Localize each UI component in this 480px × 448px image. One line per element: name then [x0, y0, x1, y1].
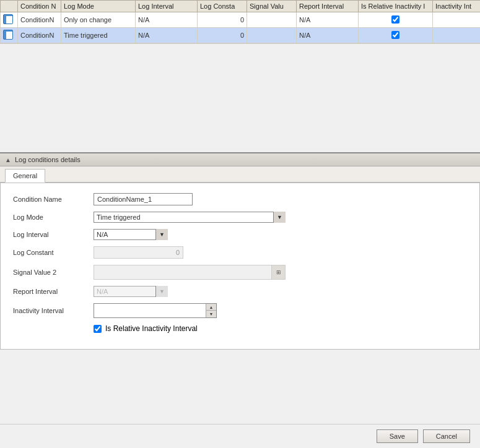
form-area: Condition Name Log Mode Only on change T… [0, 183, 480, 350]
tab-bar: General [0, 166, 480, 183]
row-condition: ConditionN [18, 28, 61, 43]
details-title: Log conditions details [15, 156, 81, 163]
row-log-const: 0 [198, 28, 247, 43]
conditions-table: Condition N Log Mode Log Interval Log Co… [0, 0, 480, 43]
inactivity-interval-label: Inactivity Interval [13, 307, 94, 314]
cancel-button[interactable]: Cancel [423, 429, 470, 443]
row-signal-value [247, 12, 297, 28]
row-relative-inactivity[interactable] [359, 28, 433, 43]
row-relative-checkbox[interactable] [391, 31, 399, 39]
spacer [0, 44, 480, 152]
col-header-report: Report Interval [297, 1, 359, 12]
signal-browse-button[interactable]: ⊞ [271, 265, 285, 279]
details-panel: ▲ Log conditions details General Conditi… [0, 152, 480, 350]
row-report-interval: N/A [297, 12, 359, 28]
signal-value-label: Signal Value 2 [13, 269, 94, 276]
save-button[interactable]: Save [377, 429, 418, 443]
row-log-interval: N/A [136, 12, 198, 28]
log-mode-select-wrapper: Only on change Time triggered Cyclic ▼ [94, 212, 286, 223]
row-icon-cell [1, 12, 18, 28]
col-header-inactivity: Inactivity Int [433, 1, 481, 12]
table-section: Condition N Log Mode Log Interval Log Co… [0, 0, 480, 44]
col-header-relative: Is Relative Inactivity I [359, 1, 433, 12]
col-header-icon [1, 1, 18, 12]
inactivity-interval-input[interactable] [94, 305, 206, 316]
report-interval-label: Report Interval [13, 288, 94, 295]
log-interval-label: Log Interval [13, 231, 94, 238]
row-icon [3, 14, 13, 24]
row-log-const: 0 [198, 12, 247, 28]
row-relative-checkbox[interactable] [391, 15, 399, 24]
condition-name-input[interactable] [94, 193, 193, 205]
col-header-condition: Condition N [18, 1, 61, 12]
log-mode-select[interactable]: Only on change Time triggered Cyclic [94, 212, 286, 223]
relative-inactivity-checkbox[interactable] [94, 325, 102, 333]
log-constant-row: Log Constant 0 [13, 246, 467, 259]
inactivity-interval-row: Inactivity Interval ▲ ▼ [13, 303, 467, 318]
row-log-mode: Time triggered [61, 28, 136, 43]
row-inactivity-int [433, 28, 481, 43]
condition-name-label: Condition Name [13, 196, 94, 203]
row-inactivity-int [433, 12, 481, 28]
page-wrapper: Condition N Log Mode Log Interval Log Co… [0, 0, 480, 448]
signal-value-input[interactable] [94, 267, 271, 278]
log-interval-row: Log Interval N/A 1s 5s 10s ▼ [13, 229, 467, 240]
col-header-loginterval: Log Interval [136, 1, 198, 12]
details-header: ▲ Log conditions details [0, 153, 480, 166]
spinner-wrapper: ▲ ▼ [94, 303, 217, 318]
bottom-bar: Save Cancel [0, 424, 480, 448]
condition-name-row: Condition Name [13, 193, 467, 205]
spinner-up-button[interactable]: ▲ [206, 304, 216, 311]
col-header-signal: Signal Valu [247, 1, 297, 12]
report-interval-select[interactable]: N/A [94, 286, 168, 297]
log-mode-row: Log Mode Only on change Time triggered C… [13, 212, 467, 223]
row-condition: ConditionN [18, 12, 61, 28]
report-interval-row: Report Interval N/A ▼ [13, 286, 467, 297]
row-log-interval: N/A [136, 28, 198, 43]
col-header-logconst: Log Consta [198, 1, 247, 12]
log-constant-value: 0 [176, 249, 180, 256]
row-relative-inactivity[interactable] [359, 12, 433, 28]
relative-inactivity-checkbox-label: Is Relative Inactivity Interval [105, 324, 198, 333]
relative-inactivity-row: Is Relative Inactivity Interval [94, 324, 467, 333]
log-constant-display: 0 [94, 246, 183, 259]
signal-input-wrapper: ⊞ [94, 265, 286, 280]
table-row[interactable]: ConditionNTime triggeredN/A0N/A [1, 28, 481, 43]
table-row[interactable]: ConditionNOnly on changeN/A0N/A [1, 12, 481, 28]
log-interval-select[interactable]: N/A 1s 5s 10s [94, 229, 168, 240]
spinner-buttons: ▲ ▼ [206, 304, 216, 317]
spinner-down-button[interactable]: ▼ [206, 311, 216, 317]
log-mode-label: Log Mode [13, 213, 94, 221]
row-report-interval: N/A [297, 28, 359, 43]
col-header-logmode: Log Mode [61, 1, 136, 12]
log-interval-select-wrapper: N/A 1s 5s 10s ▼ [94, 229, 168, 240]
row-log-mode: Only on change [61, 12, 136, 28]
row-icon-cell [1, 28, 18, 43]
tab-general[interactable]: General [5, 169, 45, 183]
report-interval-select-wrapper: N/A ▼ [94, 286, 168, 297]
row-signal-value [247, 28, 297, 43]
log-constant-label: Log Constant [13, 249, 94, 256]
collapse-icon[interactable]: ▲ [5, 157, 11, 163]
row-icon [3, 30, 13, 40]
signal-value-row: Signal Value 2 ⊞ [13, 265, 467, 280]
